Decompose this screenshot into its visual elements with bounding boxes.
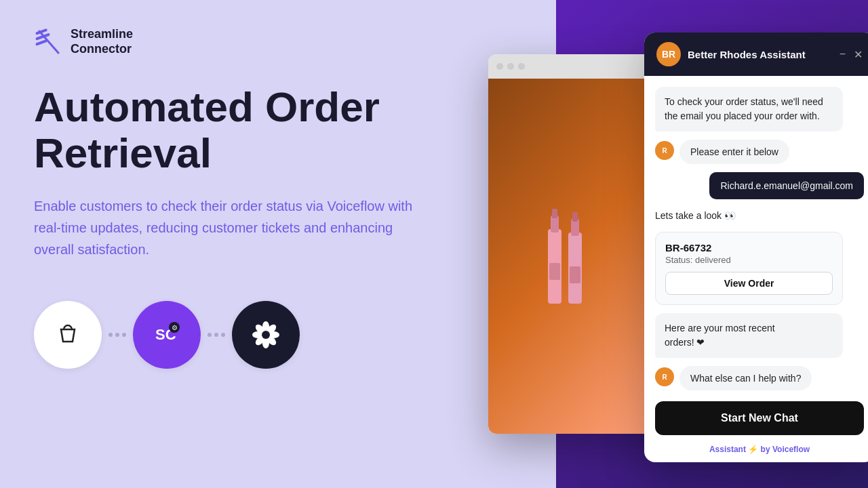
shopping-bag-icon (52, 319, 84, 351)
order-id: BR-66732 (665, 242, 833, 253)
chat-body: To check your order status, we'll need t… (644, 76, 868, 401)
svg-rect-18 (552, 209, 557, 218)
chat-header: BR Better Rhodes Assistant − ✕ (644, 33, 868, 76)
connector-line-1 (108, 333, 126, 337)
bot-message-1: To check your order status, we'll need t… (655, 87, 843, 131)
chat-header-icons[interactable]: − ✕ (840, 48, 863, 61)
user-avatar-2: R (655, 367, 674, 386)
user-avatar: R (655, 141, 674, 160)
email-message: Richard.e.emanuel@gmail.com (709, 172, 864, 199)
svg-rect-22 (572, 212, 578, 222)
browser-dot-1 (496, 63, 503, 70)
start-new-chat-button[interactable]: Start New Chat (655, 401, 864, 435)
powered-by: Assistant ⚡ by Voiceflow (644, 441, 868, 462)
logo-icon (34, 27, 64, 57)
user-message-5: What else can I help with? (679, 366, 812, 390)
left-panel: Streamline Connector Automated Order Ret… (0, 0, 556, 488)
svg-rect-2 (35, 39, 47, 46)
chat-widget: BR Better Rhodes Assistant − ✕ To check … (644, 33, 868, 462)
voiceflow-icon (248, 317, 283, 352)
svg-rect-19 (549, 263, 560, 280)
voiceflow-icon-circle (232, 301, 300, 369)
browser-dot-3 (518, 63, 525, 70)
chat-avatar: BR (656, 42, 681, 66)
sc-icon: SC ⚙ (150, 318, 184, 352)
user-message-row: R Please enter it below (655, 140, 864, 164)
hero-subtitle: Enable customers to check their order st… (34, 195, 427, 260)
user-message-row-2: R What else can I help with? (655, 366, 864, 390)
order-status: Status: delivered (665, 255, 833, 265)
browser-dot-2 (507, 63, 514, 70)
bot-message-3: Lets take a look 👀 (655, 207, 864, 224)
connector-line-2 (208, 333, 225, 337)
wine-bottles-image (488, 79, 650, 434)
logo-text: Streamline Connector (71, 27, 133, 56)
sc-icon-circle: SC ⚙ (133, 301, 201, 369)
view-order-button[interactable]: View Order (665, 272, 833, 295)
right-panel: Bundles (556, 0, 868, 488)
minimize-icon[interactable]: − (840, 48, 846, 61)
order-card: BR-66732 Status: delivered View Order (655, 232, 843, 305)
user-message-2: Please enter it below (679, 140, 789, 164)
shop-icon-circle (34, 301, 102, 369)
svg-point-15 (262, 331, 270, 339)
icons-row: SC ⚙ (34, 301, 522, 369)
close-icon[interactable]: ✕ (854, 48, 863, 61)
bot-message-4: Here are your most recent orders! ❤ (655, 313, 843, 358)
logo-area: Streamline Connector (34, 27, 522, 57)
product-card-1: Bundles (488, 79, 650, 434)
svg-text:⚙: ⚙ (172, 324, 178, 331)
wine-bottles-svg (529, 195, 610, 317)
chat-header-title: Better Rhodes Assistant (688, 49, 833, 60)
svg-rect-23 (570, 266, 580, 283)
hero-title: Automated Order Retrieval (34, 84, 414, 176)
